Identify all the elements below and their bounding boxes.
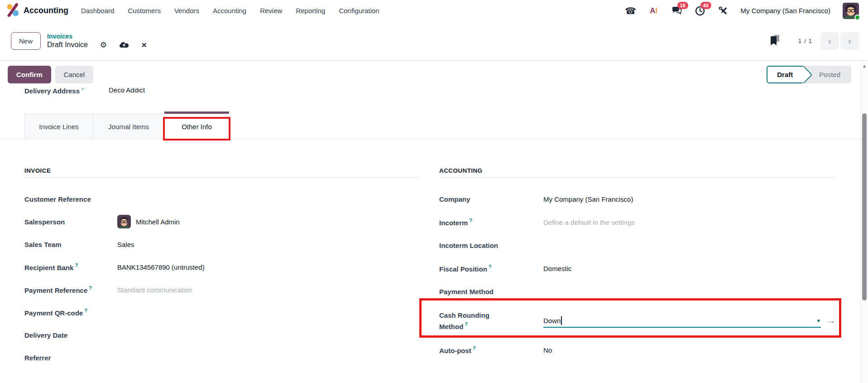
sales-team-value[interactable]: Sales (117, 241, 134, 248)
field-row-sales-team: Sales Team Sales (24, 233, 419, 256)
state-stepper: Draft Posted (767, 66, 851, 83)
field-label: Payment Reference? (24, 286, 117, 294)
field-label: Payment Method (439, 288, 543, 296)
breadcrumb-current: Draft Invoice (47, 41, 88, 49)
vertical-scrollbar[interactable]: ▲ (860, 61, 868, 383)
control-panel: New Invoices Draft Invoice ⚙ ✕ 1 / 1 ‹ › (0, 21, 868, 60)
dropdown-caret-icon[interactable]: ▾ (817, 317, 821, 324)
pager-next-button[interactable]: › (840, 32, 859, 50)
tab-other-info[interactable]: Other Info (164, 112, 229, 139)
field-label: Auto-post? (439, 346, 543, 354)
pager-previous-button[interactable]: ‹ (820, 32, 839, 50)
systray: ☎ AI 16 40 My Company (San F (625, 3, 859, 19)
messages-badge: 16 (677, 2, 688, 9)
notebook-tabs: Invoice Lines Journal Items Other Info (0, 112, 860, 139)
salesperson-value[interactable]: Mitchell Admin (117, 215, 180, 228)
cloud-save-icon[interactable] (119, 41, 129, 49)
menu-reporting[interactable]: Reporting (296, 7, 325, 15)
help-icon: ? (469, 218, 472, 223)
state-draft[interactable]: Draft (767, 66, 805, 83)
fiscal-position-value[interactable]: Domestic (543, 265, 572, 272)
invoice-section-title: INVOICE (24, 167, 51, 174)
field-row-delivery-address: Delivery Address? Deco Addict (24, 88, 145, 95)
activities-icon[interactable]: 40 (695, 5, 705, 16)
other-info-content: INVOICE Customer Reference Salesperson (24, 154, 852, 383)
field-label: Cash Rounding Method? (439, 310, 543, 331)
help-icon: ? (81, 88, 84, 91)
help-icon: ? (89, 285, 92, 291)
invoice-form-sheet: Delivery Address? Deco Addict Invoice Li… (0, 88, 860, 383)
delivery-address-value[interactable]: Deco Addict (109, 88, 145, 94)
invoice-section: INVOICE Customer Reference Salesperson (24, 154, 419, 369)
cash-rounding-method-value: Down (543, 317, 561, 325)
app-brand[interactable]: Accounting (6, 3, 68, 18)
field-label: Referrer (24, 354, 117, 362)
bookmark-icon[interactable] (770, 35, 779, 47)
internal-link-arrow-icon[interactable]: → (827, 316, 835, 326)
app-name: Accounting (24, 6, 68, 15)
accounting-section-title: ACCOUNTING (439, 167, 483, 174)
tab-invoice-lines[interactable]: Invoice Lines (24, 114, 93, 139)
voip-phone-icon[interactable]: ☎ (625, 5, 636, 16)
help-icon: ? (473, 345, 476, 351)
discard-icon[interactable]: ✕ (141, 42, 147, 48)
field-row-recipient-bank: Recipient Bank? BANK134567890 (untrusted… (24, 256, 419, 278)
cancel-button[interactable]: Cancel (55, 66, 94, 83)
tab-journal-items[interactable]: Journal Items (93, 114, 164, 139)
field-label: Company (439, 195, 543, 203)
field-label: Delivery Date (24, 331, 117, 339)
field-row-auto-post: Auto-post? No (439, 339, 837, 362)
pager: 1 / 1 ‹ › (770, 32, 859, 50)
field-row-delivery-date: Delivery Date (24, 324, 419, 346)
breadcrumb: Invoices Draft Invoice ⚙ ✕ (47, 33, 147, 49)
company-value[interactable]: My Company (San Francisco) (543, 195, 633, 203)
auto-post-value[interactable]: No (543, 346, 552, 354)
accounting-app-icon (6, 3, 19, 18)
cash-rounding-method-input[interactable]: Down ▾ (543, 314, 821, 328)
field-row-incoterm: Incoterm? Define a default in the settin… (439, 211, 837, 234)
breadcrumb-invoices-link[interactable]: Invoices (47, 33, 147, 40)
field-row-payment-reference: Payment Reference? Standard communicatio… (24, 278, 419, 301)
menu-review[interactable]: Review (260, 7, 282, 15)
menu-accounting[interactable]: Accounting (213, 7, 246, 15)
field-label: Payment QR-code? (24, 308, 117, 317)
payment-reference-input[interactable]: Standard communication (117, 286, 192, 294)
confirm-button[interactable]: Confirm (8, 66, 51, 83)
field-row-incoterm-location: Incoterm Location (439, 234, 837, 257)
field-label: Recipient Bank? (24, 263, 117, 271)
text-cursor (561, 316, 562, 325)
field-label: Incoterm Location (439, 242, 543, 249)
online-status-dot (854, 15, 860, 20)
menu-vendors[interactable]: Vendors (174, 7, 199, 15)
field-row-cash-rounding-method: Cash Rounding Method? Down ▾ → (439, 303, 837, 339)
field-label: Fiscal Position? (439, 264, 543, 273)
help-icon: ? (465, 321, 468, 327)
statusbar: Confirm Cancel Draft Posted (0, 60, 868, 88)
ai-icon[interactable]: AI (648, 5, 659, 16)
activities-badge: 40 (700, 2, 711, 9)
recipient-bank-value[interactable]: BANK134567890 (untrusted) (117, 263, 205, 271)
field-row-salesperson: Salesperson Mitchell Admin (24, 210, 419, 233)
scrollbar-up-arrow-icon[interactable]: ▲ (861, 63, 868, 68)
field-label: Incoterm? (439, 218, 543, 227)
field-row-payment-method: Payment Method (439, 280, 837, 303)
gear-icon[interactable]: ⚙ (100, 41, 107, 49)
messages-icon[interactable]: 16 (671, 5, 682, 16)
menu-dashboard[interactable]: Dashboard (81, 7, 114, 15)
scrollbar-thumb[interactable] (862, 113, 867, 301)
help-icon: ? (75, 262, 78, 268)
field-row-fiscal-position: Fiscal Position? Domestic (439, 257, 837, 280)
field-row-company: Company My Company (San Francisco) (439, 188, 837, 211)
tools-icon[interactable] (718, 5, 729, 16)
user-avatar[interactable] (843, 3, 859, 19)
menu-configuration[interactable]: Configuration (339, 7, 379, 15)
field-label: Customer Reference (24, 195, 117, 203)
company-switcher[interactable]: My Company (San Francisco) (741, 7, 830, 15)
field-row-referrer: Referrer (24, 346, 419, 369)
accounting-section: ACCOUNTING Company My Company (San Franc… (439, 154, 837, 362)
new-button[interactable]: New (11, 32, 41, 50)
incoterm-input[interactable]: Define a default in the settings (543, 218, 635, 226)
help-icon: ? (84, 308, 87, 313)
field-row-customer-reference: Customer Reference (24, 188, 419, 210)
menu-customers[interactable]: Customers (128, 7, 161, 15)
